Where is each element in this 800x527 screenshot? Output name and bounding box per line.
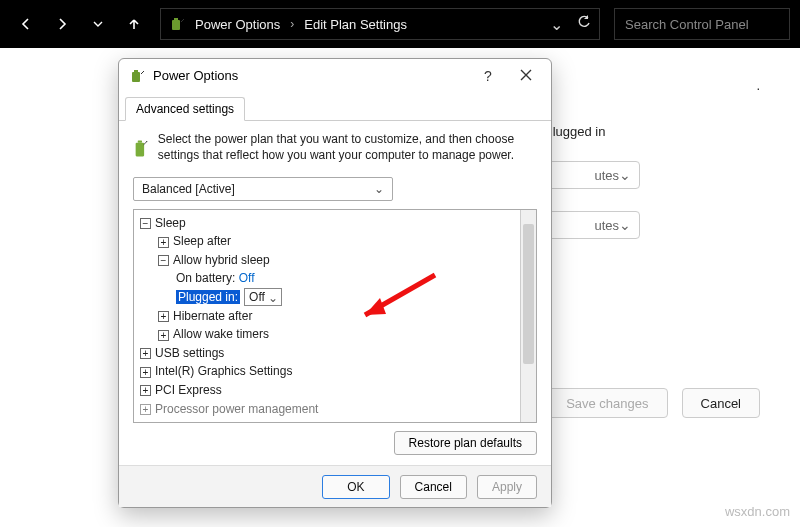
power-plan-select[interactable]: Balanced [Active] [133,177,393,201]
svg-rect-0 [172,20,180,30]
search-box[interactable] [614,8,790,40]
restore-defaults-button[interactable]: Restore plan defaults [394,431,537,455]
address-toolbar: Power Options › Edit Plan Settings ⌄ [0,0,800,48]
dialog-title: Power Options [153,68,238,83]
tab-advanced-settings[interactable]: Advanced settings [125,97,245,121]
collapse-icon[interactable]: − [158,255,169,266]
tree-pci[interactable]: PCI Express [155,383,222,397]
plugged-in-label: Plugged in [544,124,605,139]
power-options-dialog: Power Options ? Advanced settings Select… [118,58,552,508]
expand-icon[interactable]: + [140,367,151,378]
on-battery-label: On battery: [176,271,235,285]
on-battery-value[interactable]: Off [239,271,255,285]
tree-sleep-after[interactable]: Sleep after [173,234,231,248]
help-button[interactable]: ? [473,68,503,84]
tree-scrollbar[interactable] [520,210,536,423]
expand-icon[interactable]: + [158,330,169,341]
tree-sleep[interactable]: Sleep [155,216,186,230]
cancel-button[interactable]: Cancel [400,475,467,499]
close-button[interactable] [511,68,541,84]
breadcrumb-leaf[interactable]: Edit Plan Settings [304,17,407,32]
chevron-down-icon[interactable]: ⌄ [550,15,563,34]
tree-hibernate-after[interactable]: Hibernate after [173,309,252,323]
tree-usb[interactable]: USB settings [155,346,224,360]
svg-rect-6 [136,142,144,156]
expand-icon[interactable]: + [158,311,169,322]
plugged-in-value-select[interactable]: Off [244,288,282,306]
power-icon [169,16,185,32]
tree-allow-hybrid[interactable]: Allow hybrid sleep [173,253,270,267]
save-changes-button[interactable]: Save changes [547,388,667,418]
svg-rect-7 [138,140,142,142]
tree-allow-wake[interactable]: Allow wake timers [173,327,269,341]
tree-processor[interactable]: Processor power management [155,402,318,416]
watermark: wsxdn.com [725,504,790,519]
dialog-button-row: OK Cancel Apply [119,465,551,507]
forward-button[interactable] [46,8,78,40]
apply-button[interactable]: Apply [477,475,537,499]
breadcrumb-root[interactable]: Power Options [195,17,280,32]
battery-icon [133,131,148,167]
breadcrumb[interactable]: Power Options › Edit Plan Settings ⌄ [160,8,600,40]
tab-strip: Advanced settings [119,93,551,121]
recent-dropdown[interactable] [82,8,114,40]
cancel-button[interactable]: Cancel [682,388,760,418]
expand-icon[interactable]: + [158,237,169,248]
refresh-icon[interactable] [577,15,591,29]
power-icon [129,68,145,84]
ok-button[interactable]: OK [322,475,389,499]
svg-rect-5 [134,70,138,72]
expand-icon[interactable]: + [140,404,151,415]
dialog-titlebar[interactable]: Power Options ? [119,59,551,93]
scrollbar-thumb[interactable] [523,224,534,364]
dialog-intro: Select the power plan that you want to c… [158,131,537,167]
expand-icon[interactable]: + [140,348,151,359]
settings-tree[interactable]: −Sleep +Sleep after −Allow hybrid sleep … [134,210,520,423]
plugged-in-label[interactable]: Plugged in: [176,290,240,304]
back-button[interactable] [10,8,42,40]
expand-icon[interactable]: + [140,385,151,396]
search-input[interactable] [625,17,779,32]
chevron-right-icon: › [290,17,294,31]
up-button[interactable] [118,8,150,40]
svg-rect-1 [174,18,178,20]
svg-rect-4 [132,72,140,82]
svg-point-8 [146,141,147,142]
tree-intel[interactable]: Intel(R) Graphics Settings [155,364,292,378]
collapse-icon[interactable]: − [140,218,151,229]
